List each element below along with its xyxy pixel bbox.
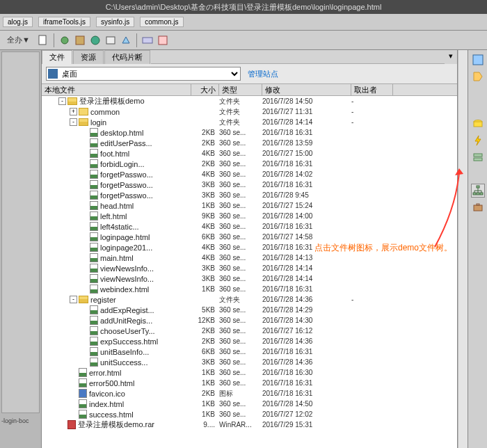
file-row[interactable]: error500.html1KB360 se...2016/7/18 16:31 (42, 378, 457, 388)
tool-icon[interactable] (141, 34, 154, 47)
file-row[interactable]: unitSuccess...3KB360 se...2016/7/28 14:3… (42, 357, 457, 367)
date-cell: 2016/7/28 14:14 (262, 264, 351, 272)
file-row[interactable]: favicon.ico2KB图标2016/7/18 16:31 (42, 388, 457, 399)
folder-row[interactable]: -login文件夹2016/7/28 14:14- (42, 117, 457, 127)
file-row[interactable]: main.html4KB360 se...2016/7/28 14:13 (42, 253, 457, 263)
tree-icon[interactable] (471, 184, 485, 198)
file-row[interactable]: forgetPasswo...3KB360 se...2016/7/28 9:4… (42, 190, 457, 200)
file-row[interactable]: viewNewsInfo...3KB360 se...2016/7/28 14:… (42, 263, 457, 273)
file-row[interactable]: chooseUserTy...2KB360 se...2016/7/27 16:… (42, 326, 457, 336)
type-cell: 360 se... (219, 223, 262, 230)
folder-row[interactable]: -登录注册模板demo文件夹2016/7/28 14:50- (42, 96, 457, 106)
type-cell: 文件夹 (219, 97, 262, 106)
file-row[interactable]: unitBaseInfo...6KB360 se...2016/7/18 16:… (42, 346, 457, 357)
filename: success.html (89, 410, 134, 419)
size-cell: 6KB (191, 233, 219, 241)
folder-row[interactable]: +common文件夹2016/7/27 11:31- (42, 106, 457, 117)
file-row[interactable]: viewNewsInfo...3KB360 se...2016/7/28 14:… (42, 273, 457, 284)
tag-icon[interactable] (471, 70, 485, 83)
expand-toggle[interactable]: - (70, 118, 77, 126)
col-type[interactable]: 类型 (219, 84, 262, 95)
tool-icon[interactable] (120, 34, 132, 47)
server-icon[interactable] (471, 150, 485, 164)
doc-tab[interactable]: alog.js (3, 17, 33, 27)
file-row[interactable]: index.html1KB360 se...2016/7/28 14:50 (42, 399, 457, 409)
location-select[interactable]: 桌面 (46, 67, 241, 81)
file-row[interactable]: 登录注册模板demo.rar9....WinRAR...2016/7/29 15… (42, 419, 457, 430)
filename: login (90, 118, 106, 127)
file-row[interactable]: editUserPass...2KB360 se...2016/7/28 13:… (42, 138, 457, 148)
expand-toggle[interactable]: - (70, 296, 77, 303)
doc-tab[interactable]: iframeTools.js (38, 17, 90, 27)
file-row[interactable]: addExpRegist...5KB360 se...2016/7/28 14:… (42, 305, 457, 315)
file-row[interactable]: forgetPasswo...3KB360 se...2016/7/18 16:… (42, 179, 457, 190)
col-date[interactable]: 修改 (262, 84, 351, 95)
filename: forgetPasswo... (100, 191, 153, 200)
svg-rect-7 (473, 55, 483, 65)
manage-sites-link[interactable]: 管理站点 (248, 69, 278, 79)
doc-icon[interactable] (37, 34, 49, 47)
css-icon[interactable] (471, 53, 485, 67)
size-cell: 4KB (191, 150, 219, 157)
tab-files[interactable]: 文件 (42, 50, 72, 64)
file-row[interactable]: head.html1KB360 se...2016/7/27 15:24 (42, 200, 457, 211)
size-cell: 9KB (191, 212, 219, 220)
filename: forgetPasswo... (100, 181, 153, 189)
svg-rect-6 (159, 36, 167, 45)
tree-header: 本地文件 大小 类型 修改 取出者 (42, 83, 457, 96)
doc-tab[interactable]: sysinfo.js (96, 17, 134, 27)
tool-icon[interactable] (157, 34, 169, 47)
filename: left.html (100, 212, 127, 221)
file-row[interactable]: addUnitRegis...12KB360 se...2016/7/28 14… (42, 315, 457, 326)
type-cell: 360 se... (219, 202, 262, 209)
tab-assets[interactable]: 资源 (73, 50, 104, 64)
panel-menu-icon[interactable]: ▾ (445, 50, 457, 64)
size-cell: 3KB (191, 358, 219, 366)
type-cell: 360 se... (219, 275, 262, 282)
db-icon[interactable] (471, 117, 485, 131)
file-row[interactable]: forgetPasswo...4KB360 se...2016/7/28 14:… (42, 169, 457, 179)
file-row[interactable]: desktop.html2KB360 se...2016/7/18 16:31 (42, 127, 457, 138)
file-row[interactable]: expSuccess.html2KB360 se...2016/7/28 14:… (42, 336, 457, 346)
tab-snippets[interactable]: 代码片断 (104, 50, 150, 64)
file-row[interactable]: left.html9KB360 se...2016/7/28 14:00 (42, 211, 457, 221)
folder-row[interactable]: -register文件夹2016/7/28 14:36- (42, 294, 457, 305)
file-row[interactable]: error.html1KB360 se...2016/7/18 16:30 (42, 367, 457, 378)
expand-toggle[interactable]: + (70, 108, 77, 115)
html-file-icon (90, 211, 98, 221)
file-row[interactable]: webindex.html1KB360 se...2016/7/18 16:31 (42, 284, 457, 294)
file-row[interactable]: success.html1KB360 se...2016/7/27 12:02 (42, 409, 457, 419)
date-cell: 2016/7/28 14:50 (262, 400, 351, 408)
col-user[interactable]: 取出者 (351, 84, 393, 95)
col-name[interactable]: 本地文件 (42, 84, 191, 95)
scrollbar[interactable] (458, 50, 468, 448)
svg-rect-15 (480, 193, 483, 195)
date-cell: 2016/7/28 9:45 (262, 191, 351, 199)
html-file-icon (90, 243, 98, 252)
html-file-icon (90, 138, 98, 147)
globe-icon[interactable] (89, 34, 102, 47)
file-row[interactable]: left4static...4KB360 se...2016/7/18 16:3… (42, 221, 457, 232)
file-row[interactable]: loginpage.html6KB360 se...2016/7/27 14:5… (42, 232, 457, 242)
tool-icon[interactable] (74, 34, 86, 47)
file-row[interactable]: foot.html4KB360 se...2016/7/27 15:00 (42, 148, 457, 159)
size-cell: 4KB (191, 243, 219, 251)
editor-preview-stub (1, 51, 40, 413)
col-size[interactable]: 大小 (191, 84, 219, 95)
tool-icon[interactable] (104, 34, 117, 47)
folder-icon (79, 108, 88, 115)
html-file-icon (90, 264, 98, 273)
doc-tab[interactable]: common.js (140, 17, 183, 27)
toolbar-dropdown[interactable]: 全办▼ (3, 33, 34, 47)
file-row[interactable]: forbidLogin...2KB360 se...2016/7/18 16:3… (42, 159, 457, 169)
html-file-icon (90, 128, 98, 137)
filename: main.html (100, 254, 134, 262)
size-cell: 3KB (191, 181, 219, 189)
tree-body[interactable]: -登录注册模板demo文件夹2016/7/28 14:50-+common文件夹… (42, 96, 457, 448)
left-footer-label: -login-boc (0, 416, 41, 426)
briefcase-icon[interactable] (471, 200, 485, 214)
expand-toggle[interactable]: - (58, 97, 66, 105)
lightning-icon[interactable] (471, 134, 485, 147)
tool-icon[interactable] (58, 34, 71, 47)
date-cell: 2016/7/18 16:31 (262, 223, 351, 230)
